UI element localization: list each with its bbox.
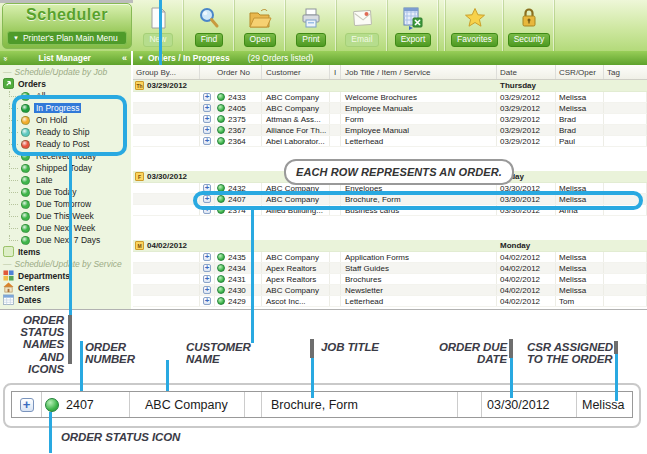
- open-button[interactable]: Open: [235, 0, 286, 51]
- table-row-order-2429[interactable]: +2429Ascot Inc...Letterhead04/02/2012Tom: [133, 296, 647, 307]
- job-title-cell: Brochures: [341, 274, 497, 284]
- double-chevron-icon[interactable]: »: [1, 56, 10, 59]
- group-weekday: Thursday: [500, 80, 536, 91]
- sidebar-item-orders[interactable]: Orders: [0, 78, 131, 90]
- expand-cell: +: [200, 285, 215, 295]
- table-row-order-2435[interactable]: +2435ABC CompanyApplication Forms04/02/2…: [133, 252, 647, 263]
- expand-plus-icon[interactable]: +: [203, 286, 211, 294]
- annotation-rect-statuses: [12, 95, 127, 156]
- order-no-cell: 2434: [215, 263, 262, 273]
- expand-plus-icon[interactable]: +: [203, 126, 211, 134]
- sidebar-item-departments[interactable]: Departments: [0, 270, 131, 282]
- dropdown-triangle-icon[interactable]: ▼: [138, 55, 144, 61]
- order-no: 2367: [228, 126, 246, 135]
- group-date: 04/02/2012: [147, 241, 187, 250]
- table-row-order-2434[interactable]: +2434Apex RealtorsStaff Guides04/02/2012…: [133, 263, 647, 274]
- order-status-icon: [217, 126, 225, 134]
- table-header: Group By... Order No Customer I Job Titl…: [133, 65, 647, 80]
- sidebar-item-shipped-today[interactable]: Shipped Today: [0, 162, 131, 174]
- table-row-order-2367[interactable]: +2367Alliance For Th...Employee Manual03…: [133, 125, 647, 136]
- favorites-button[interactable]: Favorites: [446, 0, 504, 51]
- order-status-icon: [217, 264, 225, 272]
- column-header-csr[interactable]: CSR/Oper: [556, 65, 604, 79]
- table-row-order-2431[interactable]: +2431Apex RealtorsBrochures04/02/2012Mel…: [133, 274, 647, 285]
- expand-plus-icon[interactable]: +: [203, 137, 211, 145]
- column-header-job-title[interactable]: Job Title / Item / Service: [341, 65, 497, 79]
- table-row-order-2364[interactable]: +2364Abel Laborator...Letterhead03/29/20…: [133, 136, 647, 147]
- expand-plus-icon[interactable]: +: [203, 297, 211, 305]
- sidebar-item-due-next-week[interactable]: Due Next Week: [0, 222, 131, 234]
- order-status-icon: [45, 398, 59, 412]
- i-cell: [330, 296, 341, 306]
- group-row-04-02-2012[interactable]: M04/02/2012Monday: [133, 240, 647, 252]
- group-cell: [133, 92, 200, 102]
- job-title-cell: Employee Manual: [341, 125, 497, 135]
- job-title-cell: Letterhead: [341, 136, 497, 146]
- sidebar-item-label: Late: [34, 175, 55, 185]
- tree-connector: [9, 223, 18, 229]
- security-button[interactable]: Security: [504, 0, 555, 51]
- find-button[interactable]: Find: [184, 0, 235, 51]
- column-header-order-no[interactable]: Order No: [200, 65, 262, 79]
- sidebar-item-late[interactable]: Late: [0, 174, 131, 186]
- expand-plus-icon[interactable]: +: [203, 253, 211, 261]
- sidebar-item-due-this-week[interactable]: Due This Week: [0, 210, 131, 222]
- tag-cell: [604, 103, 647, 113]
- sidebar-item-due-tomorrow[interactable]: Due Tomorrow: [0, 198, 131, 210]
- expand-cell: +: [200, 136, 215, 146]
- job-title-cell: Newsletter: [341, 285, 497, 295]
- expand-plus-icon[interactable]: +: [203, 115, 211, 123]
- customer-cell: ABC Company: [262, 285, 330, 295]
- annotation-bar-csr: [614, 341, 618, 354]
- column-header-group-by[interactable]: Group By...: [133, 65, 200, 79]
- sidebar-item-due-next-7-days[interactable]: Due Next 7 Days: [0, 234, 131, 246]
- job-title-cell: Letterhead: [341, 296, 497, 306]
- list-manager-bar: » List Manager «: [0, 51, 131, 65]
- collapse-panel-icon[interactable]: «: [122, 53, 127, 63]
- order-no-cell: 2405: [215, 103, 262, 113]
- date-cell: 04/02/2012: [497, 263, 556, 273]
- email-button[interactable]: Email: [337, 0, 388, 51]
- order-no-cell: 2431: [215, 274, 262, 284]
- label-order-due-date: ORDER DUE DATE: [430, 341, 507, 365]
- group-row-03-29-2012[interactable]: Th03/29/2012Thursday: [133, 80, 647, 92]
- print-button[interactable]: Print: [286, 0, 337, 51]
- sidebar-item-dates[interactable]: Dates: [0, 294, 131, 306]
- table-row-order-2405[interactable]: +2405ABC CompanyEmployee Manuals03/29/20…: [133, 103, 647, 114]
- order-status-icon: [217, 93, 225, 101]
- column-header-date[interactable]: Date: [497, 65, 556, 79]
- expand-plus-icon[interactable]: +: [203, 264, 211, 272]
- customer-cell: Alliance For Th...: [262, 125, 330, 135]
- order-no-cell: 2364: [215, 136, 262, 146]
- status-dot-icon: [21, 224, 30, 233]
- group-cell: [133, 103, 200, 113]
- column-header-tag[interactable]: Tag: [604, 65, 647, 79]
- sidebar-item-centers[interactable]: Centers: [0, 282, 131, 294]
- group-date: 03/29/2012: [147, 81, 187, 90]
- expand-plus-icon[interactable]: +: [203, 93, 211, 101]
- job-title-cell: Application Forms: [341, 252, 497, 262]
- csr-cell: Melissa: [556, 92, 604, 102]
- date-cell: 03/29/2012: [497, 114, 556, 124]
- sidebar-item-items[interactable]: Items: [0, 246, 131, 258]
- column-header-customer[interactable]: Customer: [262, 65, 330, 79]
- sidebar-item-label: Orders: [18, 79, 46, 89]
- order-no: 2431: [228, 275, 246, 284]
- expand-plus-icon: +: [20, 398, 34, 412]
- column-header-i[interactable]: I: [330, 65, 341, 79]
- table-row-order-2433[interactable]: +2433ABC CompanyWelcome Brochures03/29/2…: [133, 92, 647, 103]
- sidebar-item-due-today[interactable]: Due Today: [0, 186, 131, 198]
- export-button[interactable]: Export: [388, 0, 439, 51]
- table-row-order-2375[interactable]: +2375Attman & Ass...Form03/29/2012Brad: [133, 114, 647, 125]
- expand-plus-icon[interactable]: +: [203, 104, 211, 112]
- date-cell: 04/02/2012: [497, 285, 556, 295]
- tree-connector: [9, 199, 18, 205]
- main-menu-button[interactable]: ▼ Printer's Plan Main Menu: [7, 31, 127, 45]
- items-icon: [3, 246, 14, 259]
- orders-table: Group By... Order No Customer I Job Titl…: [133, 65, 647, 309]
- find-magnifier-icon: [197, 2, 221, 33]
- table-row-order-2430[interactable]: +2430ABC CompanyNewsletter04/02/2012Meli…: [133, 285, 647, 296]
- magnified-csr: Melissa: [577, 392, 632, 417]
- expand-plus-icon[interactable]: +: [203, 275, 211, 283]
- group-cell: [133, 194, 200, 204]
